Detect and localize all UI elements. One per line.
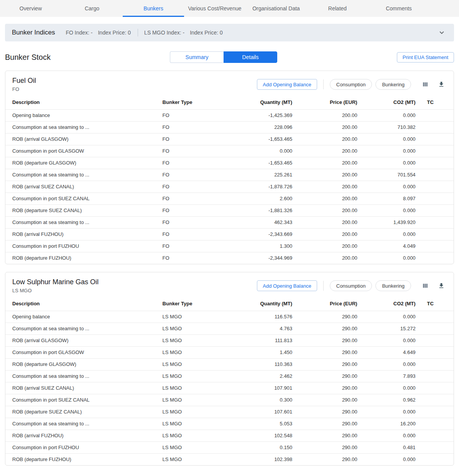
cell-tc (416, 121, 454, 133)
table-body: Opening balanceFO-1,425.369200.000.000Co… (5, 109, 454, 264)
cell-quantity: -2,343.669 (234, 228, 292, 240)
cell-co2: 701.554 (357, 169, 416, 181)
table-row[interactable]: Consumption in port GLASGOWLS MGO1.45029… (5, 346, 454, 358)
columns-icon[interactable] (420, 280, 431, 291)
cell-co2: 1,439.920 (357, 216, 416, 228)
table-row[interactable]: Consumption at sea steaming to ...FO462.… (5, 216, 454, 228)
table-row[interactable]: Opening balanceFO-1,425.369200.000.000 (5, 109, 454, 121)
cell-description: Opening balance (5, 109, 156, 121)
cell-quantity: 107.901 (234, 382, 292, 394)
table-header-row: DescriptionBunker TypeQuantity (MT)Price… (5, 297, 454, 311)
cell-tc (416, 453, 454, 465)
cell-description: Consumption in port GLASGOW (5, 346, 156, 358)
consumption-filter-button[interactable]: Consumption (330, 79, 372, 90)
card-titles: Low Sulphur Marine Gas Oil LS MGO (12, 278, 257, 293)
tab-organisational-data[interactable]: Organisational Data (245, 0, 307, 17)
cell-bunker-type: LS MGO (156, 394, 234, 406)
table-row[interactable]: Consumption at sea steaming to ...FO225.… (5, 169, 454, 181)
cell-quantity: 0.300 (234, 394, 292, 406)
tab-overview[interactable]: Overview (0, 0, 61, 17)
cell-price: 290.00 (292, 430, 357, 441)
bunker-indices-bar: Bunker Indices FO Index: - Index Price: … (5, 24, 454, 41)
table-row[interactable]: ROB (departure FUZHOU)LS MGO102.398290.0… (5, 453, 454, 465)
table-row[interactable]: Consumption in port FUZHOULS MGO0.150290… (5, 441, 454, 453)
cell-tc (416, 311, 454, 323)
cell-bunker-type: LS MGO (156, 311, 234, 323)
cell-tc (416, 441, 454, 453)
table-row[interactable]: ROB (arrival SUEZ CANAL)LS MGO107.901290… (5, 382, 454, 394)
cell-co2: 7.893 (357, 370, 416, 382)
table-row[interactable]: Opening balanceLS MGO116.576290.000.000 (5, 311, 454, 323)
table-row[interactable]: Consumption in port SUEZ CANALFO2.600200… (5, 193, 454, 204)
table-row[interactable]: Consumption at sea steaming to ...LS MGO… (5, 323, 454, 334)
cell-price: 200.00 (292, 204, 357, 216)
cell-price: 200.00 (292, 169, 357, 181)
cell-tc (416, 204, 454, 216)
table-row[interactable]: Consumption in port GLASGOWFO0.000200.00… (5, 145, 454, 157)
card-title: Low Sulphur Marine Gas Oil (12, 278, 257, 286)
bunkering-filter-button[interactable]: Bunkering (375, 79, 411, 90)
cell-tc (416, 133, 454, 145)
cell-description: Opening balance (5, 311, 156, 323)
print-eua-statement-button[interactable]: Print EUA Statement (397, 52, 454, 63)
table-row[interactable]: Consumption at sea steaming to ...LS MGO… (5, 418, 454, 430)
download-icon[interactable] (436, 280, 447, 291)
table-row[interactable]: ROB (departure SUEZ CANAL)LS MGO107.6012… (5, 406, 454, 418)
cell-price: 200.00 (292, 121, 357, 133)
bunker-card: Fuel Oil FO Add Opening Balance Consumpt… (5, 71, 454, 264)
tab-related[interactable]: Related (307, 0, 368, 17)
cell-bunker-type: LS MGO (156, 382, 234, 394)
consumption-filter-button[interactable]: Consumption (330, 280, 372, 291)
column-header: Price (EUR) (292, 297, 357, 311)
cell-tc (416, 323, 454, 334)
cell-description: Consumption in port FUZHOU (5, 240, 156, 252)
cell-co2: 0.000 (357, 181, 416, 193)
table-row[interactable]: ROB (departure SUEZ CANAL)FO-1,881.32620… (5, 204, 454, 216)
cell-tc (416, 394, 454, 406)
card-titles: Fuel Oil FO (12, 77, 257, 92)
add-opening-balance-button[interactable]: Add Opening Balance (257, 280, 317, 291)
tab-cargo[interactable]: Cargo (61, 0, 123, 17)
cell-bunker-type: LS MGO (156, 370, 234, 382)
summary-toggle-button[interactable]: Summary (170, 51, 224, 63)
cell-description: ROB (departure FUZHOU) (5, 453, 156, 465)
cell-price: 200.00 (292, 228, 357, 240)
tab-comments[interactable]: Comments (368, 0, 429, 17)
table-row[interactable]: ROB (arrival FUZHOU)LS MGO102.548290.000… (5, 430, 454, 441)
column-header: Price (EUR) (292, 96, 357, 109)
chevron-down-icon[interactable] (436, 27, 447, 38)
add-opening-balance-button[interactable]: Add Opening Balance (257, 79, 317, 90)
details-toggle-button[interactable]: Details (224, 51, 277, 63)
card-title: Fuel Oil (12, 77, 257, 85)
download-icon[interactable] (436, 79, 447, 90)
cell-description: ROB (arrival GLASGOW) (5, 133, 156, 145)
bunkering-filter-button[interactable]: Bunkering (375, 280, 411, 291)
column-header: Quantity (MT) (234, 297, 292, 311)
table-row[interactable]: ROB (arrival FUZHOU)FO-2,343.669200.000.… (5, 228, 454, 240)
table-row[interactable]: Consumption at sea steaming to ...LS MGO… (5, 370, 454, 382)
cell-price: 200.00 (292, 181, 357, 193)
page: OverviewCargoBunkersVarious Cost/Revenue… (0, 0, 459, 476)
cell-tc (416, 157, 454, 169)
card-subtitle: LS MGO (12, 288, 257, 293)
table-row[interactable]: ROB (departure GLASGOW)FO-1,653.465200.0… (5, 157, 454, 169)
table-row[interactable]: ROB (departure GLASGOW)LS MGO110.363290.… (5, 358, 454, 370)
table-row[interactable]: Consumption at sea steaming to ...FO228.… (5, 121, 454, 133)
tab-bunkers[interactable]: Bunkers (123, 0, 184, 17)
cell-description: Consumption in port SUEZ CANAL (5, 193, 156, 204)
table-row[interactable]: ROB (arrival GLASGOW)LS MGO111.813290.00… (5, 334, 454, 346)
table-row[interactable]: Consumption in port SUEZ CANALLS MGO0.30… (5, 394, 454, 406)
cell-tc (416, 228, 454, 240)
cell-description: Consumption in port FUZHOU (5, 441, 156, 453)
table-row[interactable]: Consumption in port FUZHOUFO1.300200.004… (5, 240, 454, 252)
table-row[interactable]: ROB (arrival SUEZ CANAL)FO-1,878.726200.… (5, 181, 454, 193)
table-row[interactable]: ROB (arrival GLASGOW)FO-1,653.465200.000… (5, 133, 454, 145)
cell-co2: 0.000 (357, 311, 416, 323)
columns-icon[interactable] (420, 79, 431, 90)
table-body: Opening balanceLS MGO116.576290.000.000C… (5, 311, 454, 465)
top-nav: OverviewCargoBunkersVarious Cost/Revenue… (0, 0, 459, 17)
cell-tc (416, 181, 454, 193)
table-row[interactable]: ROB (departure FUZHOU)FO-2,344.969200.00… (5, 252, 454, 264)
tab-various-cost-revenue[interactable]: Various Cost/Revenue (184, 0, 245, 17)
cell-tc (416, 418, 454, 430)
